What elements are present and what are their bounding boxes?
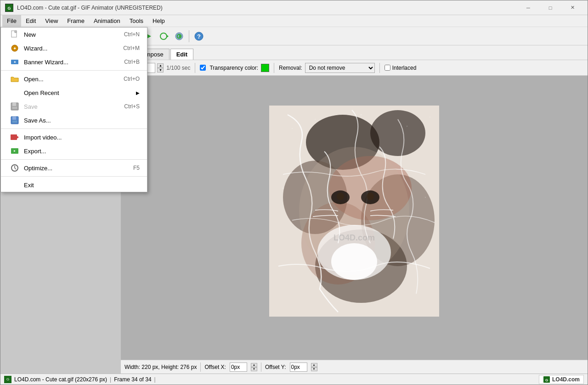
open-shortcut: Ctrl+O [124,76,140,82]
save-as-label: Save As... [24,117,140,124]
window-controls: ─ □ ✕ [518,0,583,15]
bottom-info-bar: Width: 220 px, Height: 276 px Offset X: … [121,360,588,374]
status-filename: LO4D.com - Cute cat.gif (220x276 px) [14,376,107,383]
menu-item-open-recent[interactable]: Open Recent ▶ [1,86,147,100]
props-sep-2 [274,63,274,73]
delay-unit: 1/100 sec [166,65,190,71]
menu-file[interactable]: File [2,15,21,27]
delay-spinner: ▲ ▼ [157,63,164,73]
open-label: Open... [24,76,116,83]
status-frame-info: Frame 34 of 34 [114,376,151,383]
offset-y-up[interactable]: ▲ [311,363,317,367]
main-canvas-area: LO4D.com [121,76,588,360]
menu-item-new[interactable]: New Ctrl+N [1,28,147,41]
svg-rect-15 [11,134,17,140]
wizard-icon: ✦ [8,44,21,53]
menu-help[interactable]: Help [148,15,170,27]
separator-1 [1,70,147,71]
delay-down[interactable]: ▼ [157,68,164,73]
offset-x-spinner: ▲ ▼ [251,363,257,371]
minimize-button[interactable]: ─ [518,0,539,15]
removal-label: Removal: [279,65,302,71]
offset-x-label: Offset X: [204,364,226,370]
status-bar: G LO4D.com - Cute cat.gif (220x276 px) |… [0,374,588,385]
interlaced-area: Interlaced [384,65,417,71]
banner-wizard-icon: ✦ [8,57,21,67]
menu-animation[interactable]: Animation [89,15,125,27]
offset-x-down[interactable]: ▼ [251,367,257,371]
menu-item-banner-wizard[interactable]: ✦ Banner Wizard... Ctrl+B [1,55,147,69]
svg-point-70 [407,126,407,127]
svg-point-72 [283,187,284,189]
import-video-icon [8,133,21,142]
props-sep-3 [379,63,380,73]
menu-item-optimize[interactable]: Optimize... F5 [1,161,147,175]
open-recent-icon [8,88,21,97]
menu-tools[interactable]: Tools [125,15,148,27]
toolbar-sep-4 [189,30,189,42]
canvas-display: LO4D.com [269,106,439,317]
status-separator-pipe: | [110,376,111,383]
lo4d-text: LO4D.com [552,376,580,383]
info-sep-2 [261,363,261,372]
toolbar-loop[interactable] [156,29,171,44]
svg-point-67 [292,128,293,129]
app-window: G LO4D.com - Cute cat.gif - GIF Animator… [0,0,588,385]
close-button[interactable]: ✕ [562,0,583,15]
offset-y-input[interactable] [290,363,307,372]
delay-up[interactable]: ▲ [157,63,164,68]
wizard-shortcut: Ctrl+M [123,45,140,51]
menu-bar: File Edit View Frame Animation Tools Hel… [0,15,588,27]
new-shortcut: Ctrl+N [124,31,140,38]
menu-item-exit[interactable]: Exit [1,178,147,192]
props-sep-1 [195,63,195,73]
new-label: New [24,31,117,38]
svg-text:G: G [545,378,548,382]
svg-rect-10 [12,103,16,106]
exit-label: Exit [24,182,140,189]
banner-wizard-label: Banner Wizard... [24,59,117,66]
menu-item-save: Save Ctrl+S [1,100,147,113]
svg-point-64 [367,193,374,200]
status-left: G LO4D.com - Cute cat.gif (220x276 px) |… [4,376,156,383]
menu-item-wizard[interactable]: ✦ Wizard... Ctrl+M [1,41,147,55]
toolbar-stop[interactable] [172,29,187,44]
menu-item-import-video[interactable]: Import video... [1,130,147,144]
offset-y-spinner: ▲ ▼ [311,363,317,371]
toolbar-help[interactable]: ? [192,29,206,44]
file-dropdown-menu: New Ctrl+N ✦ Wizard... Ctrl+M [0,27,147,192]
open-icon [8,74,21,84]
menu-edit[interactable]: Edit [21,15,40,27]
canvas-wrapper: LO4D.com [269,106,439,317]
menu-frame[interactable]: Frame [62,15,89,27]
status-right: G LO4D.com [539,375,584,384]
removal-select[interactable]: Do not remove Remove Restore to backgrou… [305,63,375,73]
exit-icon [8,180,21,190]
transparency-checkbox[interactable] [200,65,206,71]
menu-item-save-as[interactable]: Save As... [1,113,147,127]
offset-y-down[interactable]: ▼ [311,367,317,371]
wizard-label: Wizard... [24,45,116,52]
menu-view[interactable]: View [40,15,62,27]
svg-point-73 [425,197,426,198]
offset-x-up[interactable]: ▲ [251,363,257,367]
save-icon [8,102,21,111]
svg-marker-41 [167,35,169,38]
import-video-label: Import video... [24,134,140,141]
menu-item-export[interactable]: Export... [1,144,147,158]
svg-text:✦: ✦ [13,46,17,51]
window-title: LO4D.com - Cute cat.gif - GIF Animator (… [17,5,163,11]
save-as-icon [8,116,21,125]
tab-edit[interactable]: Edit [170,49,194,60]
transparency-color-swatch[interactable] [261,64,269,72]
svg-rect-11 [12,106,17,109]
svg-point-66 [331,243,377,280]
offset-x-input[interactable] [230,363,247,372]
menu-item-open[interactable]: Open... Ctrl+O [1,72,147,86]
svg-rect-14 [12,120,17,123]
export-label: Export... [24,148,140,155]
info-sep-1 [200,363,201,372]
maximize-button[interactable]: □ [540,0,561,15]
interlaced-checkbox[interactable] [384,65,390,71]
svg-rect-13 [12,117,16,120]
